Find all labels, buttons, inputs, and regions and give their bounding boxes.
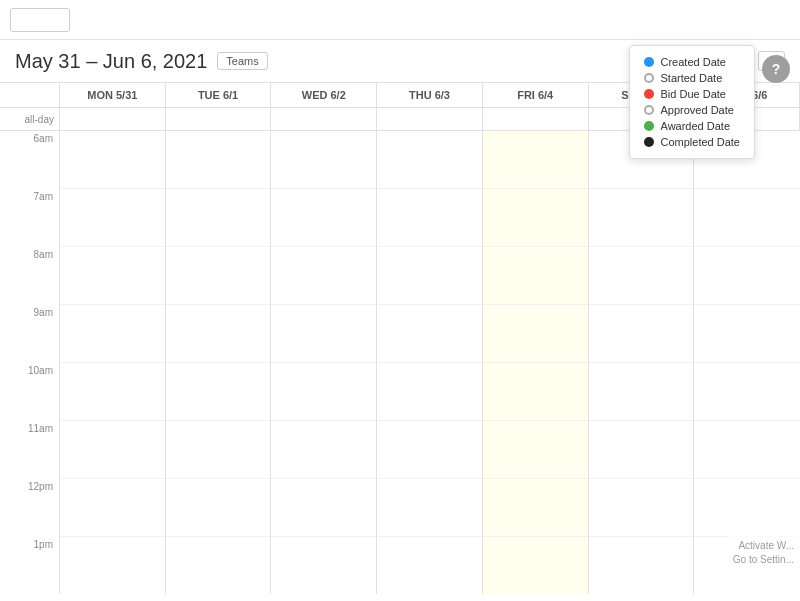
time-cell-1-3[interactable]: [377, 189, 483, 247]
time-cell-4-6[interactable]: [694, 363, 800, 421]
created-label: Created Date: [661, 56, 726, 68]
time-cell-2-2[interactable]: [271, 247, 377, 305]
approved-label: Approved Date: [661, 104, 734, 116]
time-cell-4-3[interactable]: [377, 363, 483, 421]
top-bar-input[interactable]: [10, 8, 70, 32]
teams-button[interactable]: Teams: [217, 52, 267, 70]
time-label-2: 8am: [0, 247, 60, 305]
day-header-4: FRI 6/4: [483, 83, 589, 107]
day-header-0: MON 5/31: [60, 83, 166, 107]
bid-dot: [644, 89, 654, 99]
day-header-2: WED 6/2: [271, 83, 377, 107]
time-label-6: 12pm: [0, 479, 60, 537]
legend-popup: Created Date Started Date Bid Due Date A…: [629, 45, 756, 159]
started-label: Started Date: [661, 72, 723, 84]
time-cell-5-6[interactable]: [694, 421, 800, 479]
time-cell-7-2[interactable]: [271, 537, 377, 594]
time-cell-2-3[interactable]: [377, 247, 483, 305]
time-cell-6-0[interactable]: [60, 479, 166, 537]
legend-item-started: Started Date: [644, 72, 741, 84]
time-cell-5-4[interactable]: [483, 421, 589, 479]
time-cell-1-0[interactable]: [60, 189, 166, 247]
time-cell-2-5[interactable]: [589, 247, 695, 305]
created-dot: [644, 57, 654, 67]
time-cell-0-2[interactable]: [271, 131, 377, 189]
approved-dot: [644, 105, 654, 115]
legend-item-approved: Approved Date: [644, 104, 741, 116]
time-cell-0-1[interactable]: [166, 131, 272, 189]
time-cell-7-0[interactable]: [60, 537, 166, 594]
time-label-4: 10am: [0, 363, 60, 421]
completed-label: Completed Date: [661, 136, 741, 148]
time-cell-6-5[interactable]: [589, 479, 695, 537]
help-button[interactable]: ?: [762, 55, 790, 83]
all-day-cell-0: [60, 108, 166, 130]
time-cell-1-5[interactable]: [589, 189, 695, 247]
time-cell-4-4[interactable]: [483, 363, 589, 421]
day-header-1: TUE 6/1: [166, 83, 272, 107]
bid-label: Bid Due Date: [661, 88, 726, 100]
time-cell-7-4[interactable]: [483, 537, 589, 594]
time-cell-7-5[interactable]: [589, 537, 695, 594]
calendar-grid: MON 5/31 TUE 6/1 WED 6/2 THU 6/3 FRI 6/4…: [0, 83, 800, 594]
legend-item-awarded: Awarded Date: [644, 120, 741, 132]
time-label-1: 7am: [0, 189, 60, 247]
time-grid-wrapper[interactable]: 6am7am8am9am10am11am12pm1pm2pm3pm4pm5pm6…: [0, 131, 800, 594]
time-cell-7-1[interactable]: [166, 537, 272, 594]
time-cell-4-2[interactable]: [271, 363, 377, 421]
completed-dot: [644, 137, 654, 147]
time-cell-4-1[interactable]: [166, 363, 272, 421]
time-cell-1-1[interactable]: [166, 189, 272, 247]
all-day-label: all-day: [0, 108, 60, 130]
activate-watermark: Activate W... Go to Settin...: [727, 535, 800, 571]
legend-item-bid: Bid Due Date: [644, 88, 741, 100]
time-cell-3-2[interactable]: [271, 305, 377, 363]
header-empty: [0, 83, 60, 107]
started-dot: [644, 73, 654, 83]
time-cell-6-4[interactable]: [483, 479, 589, 537]
time-cell-3-1[interactable]: [166, 305, 272, 363]
day-header-3: THU 6/3: [377, 83, 483, 107]
time-label-5: 11am: [0, 421, 60, 479]
time-label-3: 9am: [0, 305, 60, 363]
time-cell-5-3[interactable]: [377, 421, 483, 479]
time-cell-3-5[interactable]: [589, 305, 695, 363]
time-cell-2-4[interactable]: [483, 247, 589, 305]
top-bar: [0, 0, 800, 40]
time-cell-5-5[interactable]: [589, 421, 695, 479]
time-cell-6-3[interactable]: [377, 479, 483, 537]
time-cell-2-6[interactable]: [694, 247, 800, 305]
awarded-dot: [644, 121, 654, 131]
time-cell-7-3[interactable]: [377, 537, 483, 594]
app-container: May 31 – Jun 6, 2021 Teams ‹ › st Create…: [0, 0, 800, 601]
time-cell-1-4[interactable]: [483, 189, 589, 247]
time-cell-3-3[interactable]: [377, 305, 483, 363]
time-cell-5-1[interactable]: [166, 421, 272, 479]
time-cell-5-0[interactable]: [60, 421, 166, 479]
calendar-title: May 31 – Jun 6, 2021: [15, 50, 207, 73]
all-day-cell-3: [377, 108, 483, 130]
time-label-0: 6am: [0, 131, 60, 189]
legend-item-created: Created Date: [644, 56, 741, 68]
time-cell-6-6[interactable]: [694, 479, 800, 537]
time-cell-0-0[interactable]: [60, 131, 166, 189]
time-cell-0-3[interactable]: [377, 131, 483, 189]
time-label-7: 1pm: [0, 537, 60, 594]
all-day-cell-4: [483, 108, 589, 130]
time-cell-3-4[interactable]: [483, 305, 589, 363]
time-cell-2-1[interactable]: [166, 247, 272, 305]
time-cell-5-2[interactable]: [271, 421, 377, 479]
time-cell-1-6[interactable]: [694, 189, 800, 247]
time-cell-0-4[interactable]: [483, 131, 589, 189]
time-cell-6-1[interactable]: [166, 479, 272, 537]
time-cell-4-0[interactable]: [60, 363, 166, 421]
time-cell-4-5[interactable]: [589, 363, 695, 421]
all-day-cell-1: [166, 108, 272, 130]
time-cell-3-6[interactable]: [694, 305, 800, 363]
time-cell-1-2[interactable]: [271, 189, 377, 247]
time-cell-3-0[interactable]: [60, 305, 166, 363]
time-grid: 6am7am8am9am10am11am12pm1pm2pm3pm4pm5pm6…: [0, 131, 800, 594]
time-cell-6-2[interactable]: [271, 479, 377, 537]
awarded-label: Awarded Date: [661, 120, 731, 132]
time-cell-2-0[interactable]: [60, 247, 166, 305]
